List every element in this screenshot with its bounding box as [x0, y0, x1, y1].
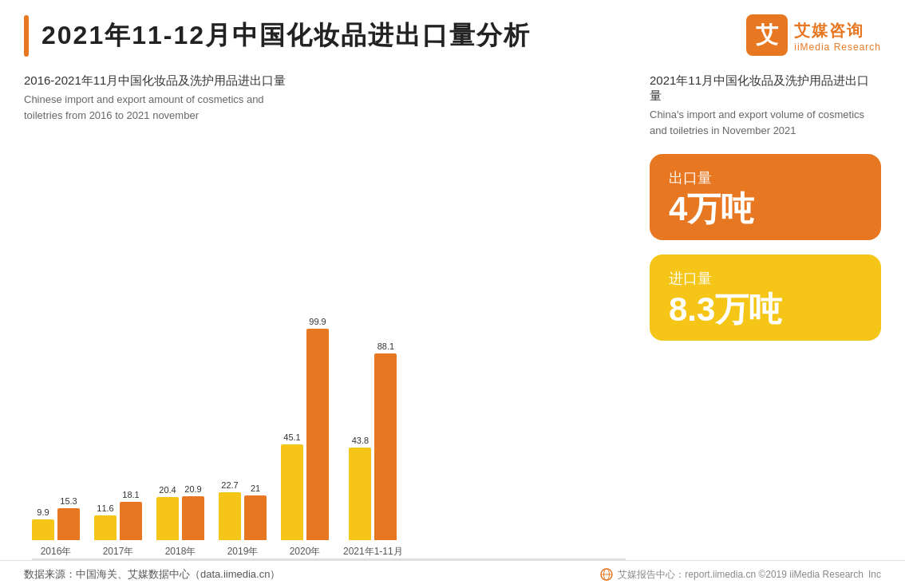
- import-bar-value: 21: [251, 483, 260, 493]
- export-bar-wrap: 22.7: [219, 480, 241, 540]
- export-bar: [156, 497, 179, 540]
- export-bar-wrap: 11.6: [94, 503, 117, 540]
- chart-title-en: Chinese import and export amount of cosm…: [24, 92, 626, 123]
- bar-group-label: 2016年: [41, 545, 72, 558]
- bar-chart-section: 2016-2021年11月中国化妆品及洗护用品进出口量 Chinese impo…: [24, 73, 626, 560]
- import-bar-value: 18.1: [122, 490, 139, 499]
- logo-en: iiMedia Research: [794, 41, 881, 53]
- export-bar: [219, 492, 241, 540]
- chart-title-cn: 2016-2021年11月中国化妆品及洗护用品进出口量: [24, 73, 626, 89]
- bar-group-label: 2021年1-11月: [343, 545, 403, 558]
- export-bar: [281, 444, 303, 540]
- import-bar: [306, 329, 329, 540]
- export-bar: [349, 448, 371, 540]
- bars-area: 9.915.32016年11.618.12017年20.420.92018年22…: [24, 351, 626, 558]
- bars-row: 22.721: [219, 480, 267, 540]
- bars-row: 20.420.9: [156, 484, 204, 540]
- import-bar: [244, 495, 267, 540]
- footer: 数据来源：中国海关、艾媒数据中心（data.iimedia.cn） 艾媒报告中心…: [0, 560, 905, 588]
- content-area: 2016-2021年11月中国化妆品及洗护用品进出口量 Chinese impo…: [0, 65, 905, 560]
- import-bar-wrap: 15.3: [57, 496, 80, 540]
- footer-copyright: 艾媒报告中心：report.iimedia.cn ©2019 iiMedia R…: [618, 568, 864, 582]
- import-bar-wrap: 18.1: [120, 490, 142, 540]
- logo-cn: 艾媒咨询: [794, 20, 864, 41]
- bar-group: 9.915.32016年: [32, 496, 80, 558]
- export-bar-wrap: 9.9: [32, 507, 54, 540]
- bar-group: 45.199.92020年: [281, 317, 329, 558]
- bars-row: 43.888.1: [349, 341, 397, 540]
- import-bar-wrap: 20.9: [182, 484, 204, 540]
- page-container: 2021年11-12月中国化妆品进出口量分析 艾 艾媒咨询 iiMedia Re…: [0, 0, 905, 588]
- import-bar: [57, 508, 80, 540]
- bar-group: 43.888.12021年1-11月: [343, 341, 403, 558]
- stats-section: 2021年11月中国化妆品及洗护用品进出口量 China's import an…: [626, 73, 881, 560]
- import-card: 进口量 8.3万吨: [650, 255, 881, 341]
- logo-text: 艾媒咨询 iiMedia Research: [794, 20, 881, 53]
- export-bar: [32, 519, 54, 540]
- page-title: 2021年11-12月中国化妆品进出口量分析: [41, 18, 531, 53]
- bar-group-label: 2018年: [165, 545, 196, 558]
- import-bar-wrap: 99.9: [306, 317, 329, 540]
- logo-icon: 艾: [746, 14, 788, 56]
- export-bar-value: 43.8: [352, 436, 369, 445]
- import-bar: [374, 353, 397, 540]
- import-bar-value: 20.9: [184, 484, 201, 494]
- export-label: 出口量: [669, 168, 712, 187]
- import-bar-wrap: 21: [244, 483, 267, 540]
- export-bar-value: 11.6: [97, 503, 113, 513]
- import-label: 进口量: [669, 269, 712, 288]
- bars-row: 11.618.1: [94, 490, 142, 540]
- logo-icon-text: 艾: [756, 20, 778, 50]
- export-value: 4万吨: [669, 192, 754, 226]
- export-bar-wrap: 45.1: [281, 432, 303, 540]
- import-bar-value: 99.9: [309, 317, 326, 326]
- export-bar-value: 45.1: [283, 432, 300, 442]
- import-bar-value: 15.3: [60, 496, 77, 506]
- export-bar-value: 9.9: [37, 507, 49, 517]
- footer-inc: Inc: [868, 569, 881, 580]
- bar-group: 22.7212019年: [219, 480, 267, 558]
- stats-title-cn: 2021年11月中国化妆品及洗护用品进出口量: [650, 73, 881, 104]
- stats-title-en: China's import and export volume of cosm…: [650, 107, 881, 138]
- import-value: 8.3万吨: [669, 293, 782, 326]
- export-bar: [94, 515, 117, 540]
- bar-group: 20.420.92018年: [156, 484, 204, 558]
- export-bar-wrap: 20.4: [156, 485, 179, 540]
- bar-group-label: 2019年: [227, 545, 259, 558]
- title-bar-decoration: [24, 15, 29, 57]
- bar-group: 11.618.12017年: [94, 490, 142, 558]
- bar-chart-container: 9.915.32016年11.618.12017年20.420.92018年22…: [24, 136, 626, 560]
- export-bar-wrap: 43.8: [349, 436, 371, 540]
- globe-icon: [600, 568, 613, 581]
- header-title-wrap: 2021年11-12月中国化妆品进出口量分析: [24, 15, 531, 57]
- export-bar-value: 22.7: [221, 480, 238, 490]
- import-bar-wrap: 88.1: [374, 341, 397, 540]
- import-bar-value: 88.1: [377, 341, 394, 351]
- export-card: 出口量 4万吨: [650, 154, 881, 240]
- bar-group-label: 2017年: [103, 545, 134, 558]
- import-bar: [120, 502, 142, 540]
- header: 2021年11-12月中国化妆品进出口量分析 艾 艾媒咨询 iiMedia Re…: [0, 0, 905, 65]
- footer-right: 艾媒报告中心：report.iimedia.cn ©2019 iiMedia R…: [600, 568, 881, 582]
- export-bar-value: 20.4: [159, 485, 176, 495]
- logo-area: 艾 艾媒咨询 iiMedia Research: [746, 14, 881, 57]
- bars-row: 45.199.9: [281, 317, 329, 540]
- bars-row: 9.915.3: [32, 496, 80, 540]
- import-bar: [182, 496, 204, 540]
- bar-group-label: 2020年: [290, 545, 321, 558]
- footer-source: 数据来源：中国海关、艾媒数据中心（data.iimedia.cn）: [24, 567, 280, 582]
